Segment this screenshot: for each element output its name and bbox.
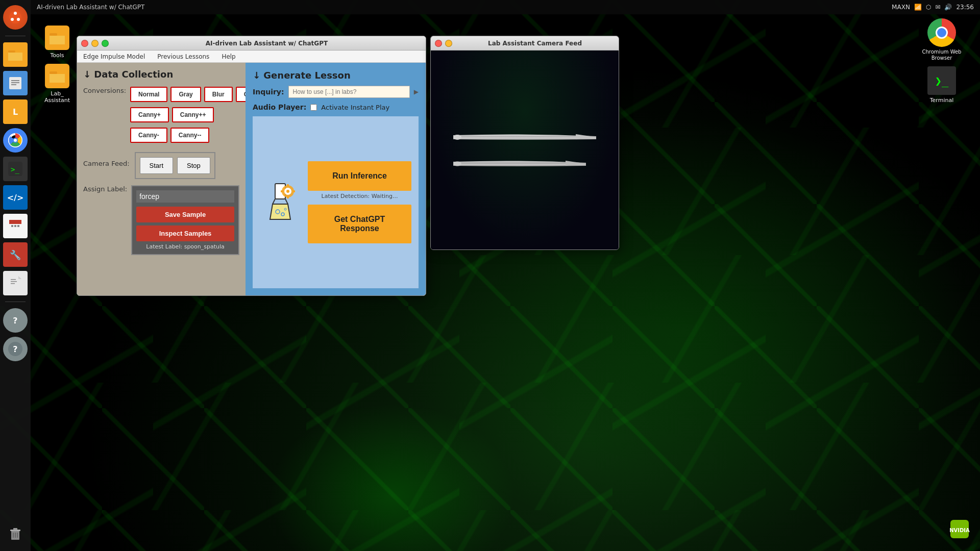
desktop-icon-tools[interactable]: Tools [37, 26, 78, 59]
window-content: ↓ Data Collection Conversions: Normal Gr… [77, 63, 426, 295]
conversions-section: Conversions: Normal Gray Blur Canny Cann… [83, 87, 239, 146]
app-window-title: AI-driven Lab Assistant w/ ChatGPT [112, 40, 422, 47]
svg-rect-38 [13, 528, 17, 530]
svg-rect-23 [14, 225, 16, 227]
camera-feed-label: Camera Feed: [83, 160, 130, 167]
menu-edge-impulse[interactable]: Edge Impulse Model [81, 52, 147, 61]
app-menubar: Edge Impulse Model Previous Lessons Help [77, 51, 426, 63]
taskbar-doc-icon[interactable] [3, 271, 28, 295]
conv-btn-gray[interactable]: Gray [170, 87, 201, 102]
conv-btn-canny-plus[interactable]: Canny+ [130, 107, 169, 122]
taskbar-lab-icon[interactable]: L [3, 99, 28, 124]
svg-rect-29 [11, 279, 16, 280]
left-panel: ↓ Data Collection Conversions: Normal Gr… [77, 63, 246, 295]
forcep-1 [453, 131, 596, 144]
camera-start-button[interactable]: Start [140, 157, 173, 174]
camera-titlebar: Lab Assistant Camera Feed [431, 36, 619, 51]
chatgpt-response-button[interactable]: Get ChatGPT Response [308, 205, 411, 243]
taskbar-tools-icon[interactable] [3, 42, 28, 67]
svg-point-3 [11, 18, 14, 21]
camera-close-button[interactable] [435, 40, 442, 47]
window-maximize-button[interactable] [102, 40, 109, 47]
svg-rect-21 [9, 220, 21, 224]
svg-point-55 [286, 190, 289, 193]
menu-help[interactable]: Help [219, 52, 237, 61]
svg-text:L: L [13, 107, 18, 117]
chromium-inner-circle [936, 27, 948, 39]
inquiry-arrow: ▶ [414, 88, 419, 95]
svg-rect-39 [13, 533, 14, 538]
chromium-desktop-icon[interactable]: Chromium Web Browser [919, 18, 965, 61]
svg-rect-22 [11, 225, 13, 227]
taskbar-files-icon[interactable] [3, 71, 28, 95]
svg-rect-5 [8, 51, 15, 53]
audio-instant-play-checkbox[interactable] [310, 104, 317, 111]
save-sample-button[interactable]: Save Sample [136, 207, 234, 222]
inference-buttons-panel: Run Inference Latest Detection: Waiting.… [308, 161, 411, 243]
taskbar: L >_ </> 🔧 ? ? [0, 0, 31, 551]
svg-text:?: ? [13, 344, 17, 354]
taskbar-calc-icon[interactable] [3, 214, 28, 238]
camera-minimize-button[interactable] [445, 40, 452, 47]
svg-point-15 [14, 139, 17, 142]
camera-window-title: Lab Assistant Camera Feed [455, 40, 615, 47]
taskbar-terminal-icon[interactable]: >_ [3, 157, 28, 181]
data-collection-title: ↓ Data Collection [83, 69, 239, 80]
terminal-desktop-icon[interactable]: ❯_ Terminal [919, 66, 965, 104]
desktop-icon-lab-assistant[interactable]: Lab_ Assistant [37, 64, 78, 104]
topbar-wifi-icon: 📶 [914, 4, 922, 11]
topbar-title: AI-driven Lab Assistant w/ ChatGPT [37, 4, 144, 11]
desktop-tools-label: Tools [50, 52, 64, 59]
svg-rect-9 [11, 84, 16, 85]
taskbar-help-icon[interactable]: ? [3, 308, 28, 333]
svg-rect-8 [11, 82, 19, 83]
conv-btn-canny-minus[interactable]: Canny- [130, 128, 167, 143]
topbar-volume-icon: 🔊 [944, 4, 952, 11]
svg-rect-45 [50, 71, 57, 74]
generate-lesson-title: ↓ Generate Lesson [253, 70, 419, 81]
inquiry-input[interactable] [288, 86, 410, 98]
nvidia-logo: NVIDIA [949, 519, 970, 541]
desktop-lab-label: Lab_ Assistant [44, 90, 70, 104]
taskbar-wrench-icon[interactable]: 🔧 [3, 242, 28, 267]
svg-text:🔧: 🔧 [10, 249, 21, 261]
svg-marker-47 [270, 204, 290, 219]
svg-rect-40 [15, 533, 16, 538]
camera-feed-display [431, 51, 619, 249]
taskbar-help2-icon[interactable]: ? [3, 337, 28, 361]
conv-btn-canny-minus-minus[interactable]: Canny-- [170, 128, 210, 143]
svg-text:NVIDIA: NVIDIA [949, 528, 970, 533]
run-inference-button[interactable]: Run Inference [308, 161, 411, 191]
svg-rect-41 [17, 533, 18, 538]
svg-rect-27 [9, 276, 18, 288]
window-minimize-button[interactable] [91, 40, 99, 47]
topbar-mail-icon: ✉ [935, 4, 940, 11]
svg-text:?: ? [13, 316, 17, 325]
taskbar-vscode-icon[interactable]: </> [3, 185, 28, 210]
audio-instant-play-text: Activate Instant Play [321, 104, 389, 111]
conv-btn-blur[interactable]: Blur [204, 87, 233, 102]
camera-stop-button[interactable]: Stop [177, 157, 210, 174]
svg-marker-28 [18, 276, 21, 279]
taskbar-ubuntu-button[interactable] [3, 5, 28, 30]
window-close-button[interactable] [81, 40, 88, 47]
taskbar-browser-icon[interactable] [3, 128, 28, 153]
svg-point-2 [17, 18, 20, 21]
label-input-field[interactable] [136, 190, 234, 203]
terminal-desktop-label: Terminal [930, 97, 954, 104]
svg-rect-31 [11, 283, 15, 284]
conv-btn-normal[interactable]: Normal [130, 87, 167, 102]
taskbar-trash-icon[interactable] [3, 521, 28, 546]
taskbar-separator-2 [5, 302, 26, 302]
svg-line-49 [285, 199, 288, 204]
chromium-label: Chromium Web Browser [919, 49, 965, 61]
inference-area: Run Inference Latest Detection: Waiting.… [253, 116, 419, 288]
topbar-maxn: MAXN [892, 4, 910, 11]
conv-btn-canny-plus-plus[interactable]: Canny++ [172, 107, 214, 122]
svg-point-60 [453, 135, 461, 140]
inspect-samples-button[interactable]: Inspect Samples [136, 226, 234, 241]
inquiry-label: Inquiry: [253, 88, 284, 96]
topbar-time: 23:56 [956, 4, 974, 11]
svg-point-1 [14, 12, 17, 15]
menu-previous-lessons[interactable]: Previous Lessons [155, 52, 211, 61]
